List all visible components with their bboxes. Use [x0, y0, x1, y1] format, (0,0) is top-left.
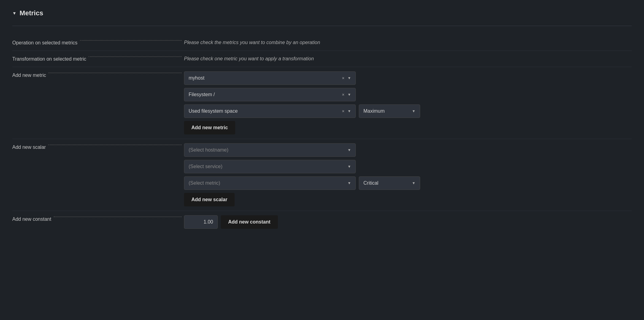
add-new-constant-button[interactable]: Add new constant [221, 215, 278, 229]
section-title: Metrics [20, 9, 43, 17]
metric-hostname-value: myhost [189, 75, 205, 81]
scalar-dropdown-row-2: (Select service) ▼ [184, 160, 632, 173]
metric-dropdown-row-3: Used filesystem space × ▼ Maximum ▼ [184, 104, 632, 118]
add-new-metric-button[interactable]: Add new metric [184, 121, 235, 134]
scalar-metric-chevron: ▼ [347, 181, 351, 185]
dropdown-controls: × ▼ [341, 76, 351, 81]
add-scalar-btn-row: Add new scalar [184, 193, 632, 206]
transformation-row: Transformation on selected metric Please… [12, 51, 632, 67]
metric-service-chevron: ▼ [347, 92, 351, 97]
section-header: ▼ Metrics [12, 9, 632, 17]
scalar-service-value: (Select service) [189, 164, 222, 169]
metric-hostname-chevron: ▼ [347, 76, 351, 80]
add-scalar-label-col: Add new scalar [12, 143, 184, 150]
dropdown-controls-3: × ▼ [341, 109, 351, 114]
metric-metric-dropdown[interactable]: Used filesystem space × ▼ [184, 104, 356, 118]
metrics-section: ▼ Metrics Operation on selected metrics … [12, 9, 632, 233]
transformation-label: Transformation on selected metric [12, 56, 86, 62]
scalar-metric-dropdown[interactable]: (Select metric) ▼ [184, 176, 356, 190]
add-constant-label: Add new constant [12, 216, 51, 222]
transformation-dots [89, 56, 182, 57]
add-metric-btn-row: Add new metric [184, 121, 632, 134]
scalar-level-dropdown[interactable]: Critical ▼ [359, 176, 420, 190]
collapse-icon[interactable]: ▼ [12, 11, 17, 16]
transformation-info-line1: Please check one metric you want to appl… [184, 55, 632, 62]
scalar-dropdown-row-3: (Select metric) ▼ Critical ▼ [184, 176, 632, 190]
transformation-content: Please check one metric you want to appl… [184, 55, 632, 62]
metric-hostname-clear[interactable]: × [341, 76, 345, 81]
operation-label-col: Operation on selected metrics [12, 39, 184, 46]
constant-value-input[interactable] [184, 215, 218, 229]
scalar-hostname-chevron: ▼ [347, 148, 351, 152]
operation-content: Please check the metrics you want to com… [184, 39, 632, 46]
metric-hostname-dropdown[interactable]: myhost × ▼ [184, 71, 356, 85]
add-scalar-row: Add new scalar (Select hostname) ▼ [12, 139, 632, 211]
add-new-scalar-button[interactable]: Add new scalar [184, 193, 235, 206]
form-rows: Operation on selected metrics Please che… [12, 35, 632, 233]
metric-dropdown-row-1: myhost × ▼ [184, 71, 632, 85]
metric-metric-chevron: ▼ [347, 109, 351, 113]
scalar-dropdown-row-1: (Select hostname) ▼ [184, 143, 632, 157]
add-constant-content: Add new constant [184, 215, 632, 229]
scalar-service-chevron: ▼ [347, 164, 351, 169]
add-scalar-content: (Select hostname) ▼ (Select service) ▼ [184, 143, 632, 206]
dropdown-controls-2: × ▼ [341, 92, 351, 97]
add-metric-label: Add new metric [12, 73, 46, 78]
add-constant-row: Add new constant Add new constant [12, 211, 632, 233]
scalar-level-chevron: ▼ [412, 181, 416, 185]
metric-consolidation-dropdown[interactable]: Maximum ▼ [359, 104, 420, 118]
metric-dropdown-row-2: Filesystem / × ▼ [184, 88, 632, 101]
scalar-hostname-value: (Select hostname) [189, 147, 228, 153]
constant-input-row: Add new constant [184, 215, 632, 229]
add-constant-label-col: Add new constant [12, 215, 184, 222]
metric-service-clear[interactable]: × [341, 92, 345, 97]
scalar-metric-value: (Select metric) [189, 180, 220, 186]
operation-dots [80, 40, 182, 41]
metric-metric-clear[interactable]: × [341, 109, 345, 114]
add-metric-dots [48, 73, 182, 73]
operation-info-line1: Please check the metrics you want to com… [184, 39, 632, 46]
add-metric-row: Add new metric myhost × ▼ [12, 67, 632, 139]
transformation-label-col: Transformation on selected metric [12, 55, 184, 62]
add-metric-label-col: Add new metric [12, 71, 184, 78]
scalar-service-dropdown[interactable]: (Select service) ▼ [184, 160, 356, 173]
add-metric-content: myhost × ▼ Filesystem / [184, 71, 632, 134]
add-constant-dots [54, 216, 182, 217]
metric-service-value: Filesystem / [189, 92, 215, 97]
metric-metric-value: Used filesystem space [189, 108, 238, 114]
scalar-hostname-dropdown[interactable]: (Select hostname) ▼ [184, 143, 356, 157]
operation-label: Operation on selected metrics [12, 40, 78, 46]
metric-service-dropdown[interactable]: Filesystem / × ▼ [184, 88, 356, 101]
add-scalar-label: Add new scalar [12, 145, 46, 150]
section-divider [12, 26, 632, 26]
add-scalar-dots [48, 145, 182, 145]
operation-row: Operation on selected metrics Please che… [12, 35, 632, 51]
metric-consolidation-chevron: ▼ [412, 109, 416, 113]
